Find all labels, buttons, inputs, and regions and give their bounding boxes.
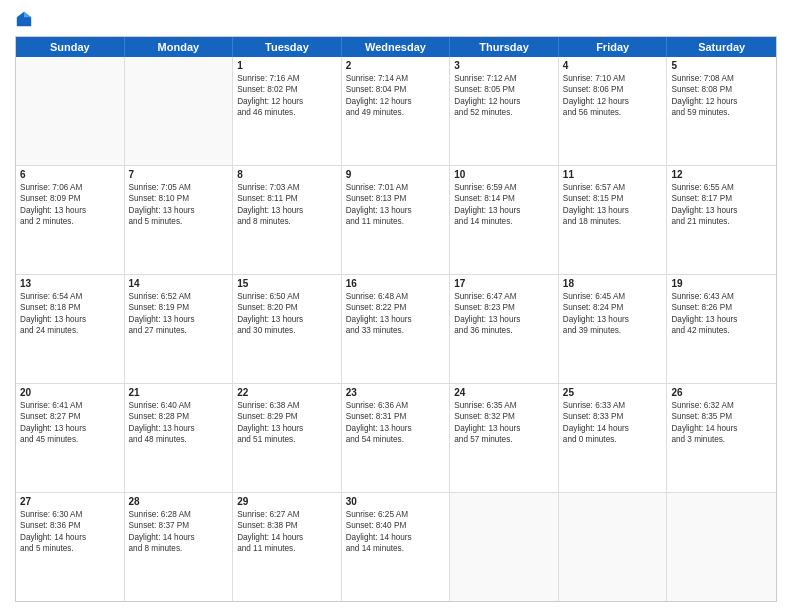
- cell-line: and 14 minutes.: [454, 216, 554, 227]
- calendar-week-row: 1Sunrise: 7:16 AMSunset: 8:02 PMDaylight…: [16, 57, 776, 166]
- cell-line: Sunset: 8:02 PM: [237, 84, 337, 95]
- cell-line: and 59 minutes.: [671, 107, 772, 118]
- cell-line: Daylight: 12 hours: [563, 96, 663, 107]
- cell-line: and 24 minutes.: [20, 325, 120, 336]
- cell-line: Daylight: 14 hours: [563, 423, 663, 434]
- cell-line: Sunrise: 6:41 AM: [20, 400, 120, 411]
- calendar-cell: 10Sunrise: 6:59 AMSunset: 8:14 PMDayligh…: [450, 166, 559, 274]
- cell-line: Sunset: 8:32 PM: [454, 411, 554, 422]
- calendar-header-row: SundayMondayTuesdayWednesdayThursdayFrid…: [16, 37, 776, 57]
- cell-line: Sunset: 8:38 PM: [237, 520, 337, 531]
- cell-line: Daylight: 13 hours: [454, 423, 554, 434]
- calendar-week-row: 6Sunrise: 7:06 AMSunset: 8:09 PMDaylight…: [16, 166, 776, 275]
- cell-line: Daylight: 12 hours: [454, 96, 554, 107]
- cell-line: Sunrise: 6:35 AM: [454, 400, 554, 411]
- calendar-cell: [450, 493, 559, 601]
- calendar-cell: 3Sunrise: 7:12 AMSunset: 8:05 PMDaylight…: [450, 57, 559, 165]
- cell-line: and 56 minutes.: [563, 107, 663, 118]
- cell-line: Sunrise: 7:06 AM: [20, 182, 120, 193]
- cell-line: Sunrise: 6:57 AM: [563, 182, 663, 193]
- cell-line: Sunset: 8:27 PM: [20, 411, 120, 422]
- cell-line: Sunset: 8:23 PM: [454, 302, 554, 313]
- cell-line: Sunrise: 6:33 AM: [563, 400, 663, 411]
- day-number: 23: [346, 387, 446, 398]
- cell-line: Sunrise: 6:52 AM: [129, 291, 229, 302]
- calendar-cell: 29Sunrise: 6:27 AMSunset: 8:38 PMDayligh…: [233, 493, 342, 601]
- cell-line: Daylight: 14 hours: [346, 532, 446, 543]
- day-number: 9: [346, 169, 446, 180]
- cell-line: Sunset: 8:29 PM: [237, 411, 337, 422]
- cell-line: Sunrise: 6:40 AM: [129, 400, 229, 411]
- calendar-cell: 12Sunrise: 6:55 AMSunset: 8:17 PMDayligh…: [667, 166, 776, 274]
- cell-line: and 21 minutes.: [671, 216, 772, 227]
- cell-line: and 8 minutes.: [129, 543, 229, 554]
- day-number: 25: [563, 387, 663, 398]
- day-number: 6: [20, 169, 120, 180]
- cell-line: Daylight: 13 hours: [129, 423, 229, 434]
- cell-line: Sunset: 8:26 PM: [671, 302, 772, 313]
- calendar-cell: 21Sunrise: 6:40 AMSunset: 8:28 PMDayligh…: [125, 384, 234, 492]
- cell-line: Daylight: 13 hours: [237, 423, 337, 434]
- calendar-cell: 17Sunrise: 6:47 AMSunset: 8:23 PMDayligh…: [450, 275, 559, 383]
- calendar-cell: 5Sunrise: 7:08 AMSunset: 8:08 PMDaylight…: [667, 57, 776, 165]
- calendar-header-cell: Thursday: [450, 37, 559, 57]
- cell-line: and 14 minutes.: [346, 543, 446, 554]
- calendar-cell: 11Sunrise: 6:57 AMSunset: 8:15 PMDayligh…: [559, 166, 668, 274]
- cell-line: Sunset: 8:17 PM: [671, 193, 772, 204]
- cell-line: Sunrise: 6:45 AM: [563, 291, 663, 302]
- cell-line: Sunrise: 7:12 AM: [454, 73, 554, 84]
- calendar-cell: 7Sunrise: 7:05 AMSunset: 8:10 PMDaylight…: [125, 166, 234, 274]
- cell-line: Sunrise: 6:28 AM: [129, 509, 229, 520]
- day-number: 19: [671, 278, 772, 289]
- day-number: 30: [346, 496, 446, 507]
- cell-line: and 52 minutes.: [454, 107, 554, 118]
- calendar-cell: 18Sunrise: 6:45 AMSunset: 8:24 PMDayligh…: [559, 275, 668, 383]
- cell-line: and 27 minutes.: [129, 325, 229, 336]
- calendar-cell: 8Sunrise: 7:03 AMSunset: 8:11 PMDaylight…: [233, 166, 342, 274]
- cell-line: Sunrise: 6:30 AM: [20, 509, 120, 520]
- day-number: 29: [237, 496, 337, 507]
- cell-line: and 42 minutes.: [671, 325, 772, 336]
- cell-line: and 5 minutes.: [129, 216, 229, 227]
- logo: [15, 10, 37, 28]
- cell-line: Sunset: 8:37 PM: [129, 520, 229, 531]
- day-number: 13: [20, 278, 120, 289]
- day-number: 26: [671, 387, 772, 398]
- logo-icon: [15, 10, 33, 28]
- calendar-cell: 1Sunrise: 7:16 AMSunset: 8:02 PMDaylight…: [233, 57, 342, 165]
- cell-line: Sunrise: 6:38 AM: [237, 400, 337, 411]
- calendar-cell: 15Sunrise: 6:50 AMSunset: 8:20 PMDayligh…: [233, 275, 342, 383]
- cell-line: Daylight: 13 hours: [129, 314, 229, 325]
- cell-line: Daylight: 13 hours: [346, 423, 446, 434]
- calendar-cell: 23Sunrise: 6:36 AMSunset: 8:31 PMDayligh…: [342, 384, 451, 492]
- calendar-cell: 20Sunrise: 6:41 AMSunset: 8:27 PMDayligh…: [16, 384, 125, 492]
- cell-line: and 3 minutes.: [671, 434, 772, 445]
- cell-line: and 33 minutes.: [346, 325, 446, 336]
- calendar-header-cell: Monday: [125, 37, 234, 57]
- cell-line: Sunset: 8:18 PM: [20, 302, 120, 313]
- cell-line: Sunset: 8:08 PM: [671, 84, 772, 95]
- cell-line: Sunset: 8:40 PM: [346, 520, 446, 531]
- cell-line: Sunrise: 7:16 AM: [237, 73, 337, 84]
- calendar-cell: 13Sunrise: 6:54 AMSunset: 8:18 PMDayligh…: [16, 275, 125, 383]
- cell-line: Sunrise: 6:48 AM: [346, 291, 446, 302]
- calendar-cell: 19Sunrise: 6:43 AMSunset: 8:26 PMDayligh…: [667, 275, 776, 383]
- cell-line: Daylight: 13 hours: [671, 314, 772, 325]
- cell-line: and 48 minutes.: [129, 434, 229, 445]
- day-number: 16: [346, 278, 446, 289]
- cell-line: and 11 minutes.: [237, 543, 337, 554]
- cell-line: Daylight: 12 hours: [671, 96, 772, 107]
- cell-line: Sunset: 8:20 PM: [237, 302, 337, 313]
- cell-line: Daylight: 13 hours: [454, 205, 554, 216]
- cell-line: Sunset: 8:22 PM: [346, 302, 446, 313]
- calendar-cell: 14Sunrise: 6:52 AMSunset: 8:19 PMDayligh…: [125, 275, 234, 383]
- calendar-header-cell: Tuesday: [233, 37, 342, 57]
- cell-line: Sunrise: 6:43 AM: [671, 291, 772, 302]
- cell-line: Sunset: 8:28 PM: [129, 411, 229, 422]
- cell-line: and 5 minutes.: [20, 543, 120, 554]
- cell-line: Sunset: 8:19 PM: [129, 302, 229, 313]
- cell-line: Sunrise: 7:08 AM: [671, 73, 772, 84]
- cell-line: Daylight: 14 hours: [237, 532, 337, 543]
- day-number: 7: [129, 169, 229, 180]
- day-number: 14: [129, 278, 229, 289]
